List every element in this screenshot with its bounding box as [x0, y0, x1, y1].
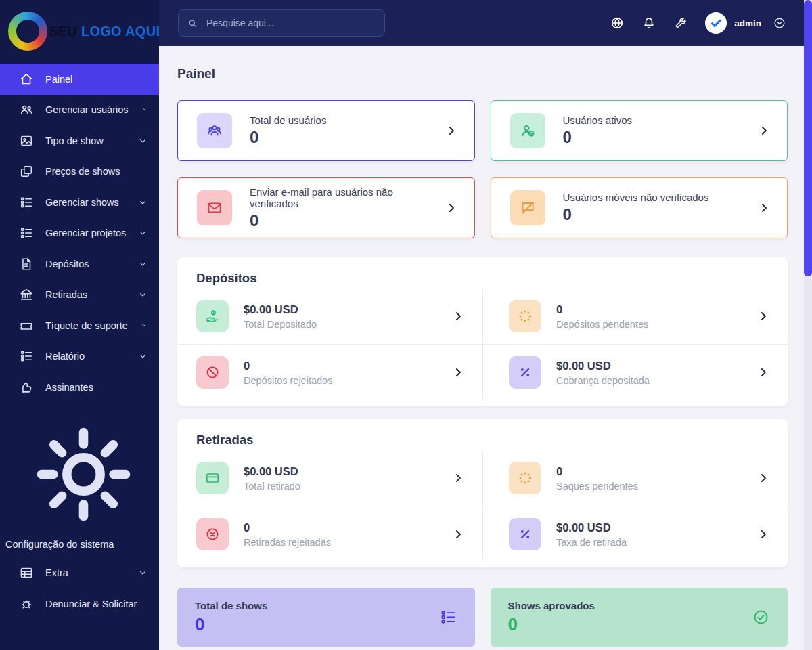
stat-card-label: Usuários móveis não verificados [563, 192, 709, 203]
gear-icon [19, 410, 148, 539]
deposits-panel: Depósitos $0.00 USD Total Depositado 0 D… [177, 257, 788, 406]
chevron-right-icon [445, 201, 458, 215]
search-input[interactable] [205, 17, 350, 29]
chevron-right-icon [451, 527, 465, 541]
check-circle-icon [752, 608, 770, 626]
row-value: 0 [556, 303, 648, 316]
row-label: Retiradas rejeitadas [244, 537, 331, 548]
sidebar-item-label: Retiradas [45, 289, 87, 300]
sidebar-item-label: Preços de shows [45, 166, 120, 177]
chevron-down-icon [137, 567, 148, 578]
sidebar-item-label: Relatório [45, 351, 85, 362]
scrollbar-track[interactable] [804, 0, 812, 650]
brand-text-accent: LOGO AQUI [81, 24, 160, 39]
row-value: 0 [244, 521, 331, 534]
stat-card-value: 0 [250, 128, 326, 147]
sidebar-item-label: Painel [45, 74, 72, 85]
stat-card-label: Enviar e-mail para usuários não verifica… [250, 186, 445, 209]
sidebar-item-relatorio[interactable]: Relatório [0, 341, 159, 372]
search-icon [187, 18, 198, 29]
deposit-row-depositos-rejeitados[interactable]: 0 Depósitos rejeitados [177, 345, 482, 400]
stat-card-enviar-email-nao-verificados[interactable]: Enviar e-mail para usuários não verifica… [177, 177, 475, 238]
globe-icon[interactable] [610, 16, 625, 30]
bell-icon[interactable] [641, 16, 656, 30]
chevron-right-icon [757, 201, 771, 215]
big-card-value: 0 [508, 614, 595, 635]
sidebar-item-depositos[interactable]: Depósitos [0, 248, 159, 280]
row-label: Saques pendentes [556, 481, 638, 492]
chevron-down-icon [137, 228, 148, 238]
scrollbar-thumb[interactable] [804, 0, 812, 276]
username: admin [734, 18, 761, 28]
chevron-down-icon [137, 289, 148, 300]
file-invoice-icon [19, 257, 34, 272]
chevron-right-icon [451, 366, 465, 379]
big-card-label: Total de shows [195, 600, 267, 611]
sidebar-item-denunciar-solicitar[interactable]: Denunciar & Solicitar [0, 588, 159, 620]
chevron-down-icon [139, 320, 148, 331]
chevron-down-icon [137, 135, 148, 146]
deposit-row-cobranca-depositada[interactable]: $0.00 USD Cobrança depositada [482, 345, 788, 400]
avatar[interactable] [705, 12, 727, 34]
sidebar-item-retiradas[interactable]: Retiradas [0, 280, 159, 311]
sidebar-nav: Painel Gerenciar usuários Tipo de show P… [0, 64, 159, 620]
sidebar-item-tiquete-de-suporte[interactable]: Tíquete de suporte [0, 310, 159, 341]
sidebar-item-configuracao-do-sistema[interactable]: Configuração do sistema [0, 403, 159, 558]
stat-card-value: 0 [563, 128, 633, 147]
sidebar: SEU LOGO AQUI Painel Gerenciar usuários … [0, 0, 159, 650]
stat-card-value: 0 [563, 205, 709, 224]
brand-text: SEU LOGO AQUI [49, 24, 160, 39]
logo[interactable]: SEU LOGO AQUI [0, 0, 159, 62]
topbar: admin [159, 0, 804, 46]
shows-aprovados-card[interactable]: Shows aprovados 0 [491, 588, 788, 647]
sidebar-item-gerenciar-usuarios[interactable]: Gerenciar usuários [0, 95, 159, 126]
search-box[interactable] [178, 9, 385, 37]
sidebar-item-gerenciar-shows[interactable]: Gerenciar shows [0, 187, 159, 218]
thumbs-up-icon [19, 380, 34, 395]
ban-icon [196, 356, 229, 389]
row-value: $0.00 USD [556, 521, 627, 534]
withdrawal-row-retiradas-rejeitadas[interactable]: 0 Retiradas rejeitadas [177, 506, 482, 562]
sidebar-item-precos-de-shows[interactable]: Preços de shows [0, 156, 159, 188]
stat-card-usuarios-ativos[interactable]: Usuários ativos 0 [491, 100, 788, 161]
row-value: $0.00 USD [244, 465, 300, 478]
credit-card-icon [196, 462, 229, 494]
stat-card-usuarios-moveis-nao-verificados[interactable]: Usuários móveis não verificados 0 [491, 177, 788, 238]
sidebar-item-extra[interactable]: Extra [0, 558, 159, 589]
row-label: Depósitos pendentes [556, 319, 648, 330]
stat-card-label: Usuários ativos [563, 114, 633, 126]
sidebar-item-label: Gerenciar projetos [45, 228, 126, 238]
wrench-icon[interactable] [673, 16, 688, 30]
sidebar-item-assinantes[interactable]: Assinantes [0, 372, 159, 403]
ticket-icon [19, 318, 34, 333]
list-icon [19, 195, 34, 210]
withdrawal-row-total-retirado[interactable]: $0.00 USD Total retirado [177, 450, 482, 506]
sidebar-item-tipo-de-show[interactable]: Tipo de show [0, 125, 159, 156]
check-badge-icon [708, 16, 723, 30]
percent-icon [509, 356, 541, 389]
withdrawal-row-saques-pendentes[interactable]: 0 Saques pendentes [482, 450, 788, 506]
list-icon [439, 608, 457, 626]
row-value: $0.00 USD [556, 360, 650, 372]
chevron-right-icon [445, 124, 458, 137]
sidebar-item-label: Extra [45, 567, 68, 578]
x-circle-icon [196, 518, 229, 550]
chat-slash-icon [510, 190, 545, 225]
sidebar-item-painel[interactable]: Painel [0, 64, 159, 95]
logo-swirl-icon [8, 12, 47, 51]
hand-dollar-icon [196, 300, 229, 332]
row-label: Total Depositado [244, 319, 317, 330]
bug-icon [19, 597, 34, 611]
chevron-right-icon [757, 366, 770, 379]
withdrawal-row-taxa-de-retirada[interactable]: $0.00 USD Taxa de retirada [482, 506, 788, 562]
user-menu-chevron-icon[interactable] [773, 16, 786, 30]
deposit-row-depositos-pendentes[interactable]: 0 Depósitos pendentes [482, 288, 788, 345]
deposit-row-total-depositado[interactable]: $0.00 USD Total Depositado [177, 288, 482, 345]
stat-card-total-de-usuarios[interactable]: Total de usuários 0 [177, 100, 475, 161]
total-shows-card[interactable]: Total de shows 0 [177, 588, 475, 647]
users-icon [19, 102, 34, 117]
sidebar-item-gerenciar-projetos[interactable]: Gerenciar projetos [0, 218, 159, 249]
chevron-down-icon [137, 197, 148, 208]
deposits-panel-title: Depósitos [196, 271, 788, 286]
sidebar-item-label: Denunciar & Solicitar [45, 599, 137, 609]
